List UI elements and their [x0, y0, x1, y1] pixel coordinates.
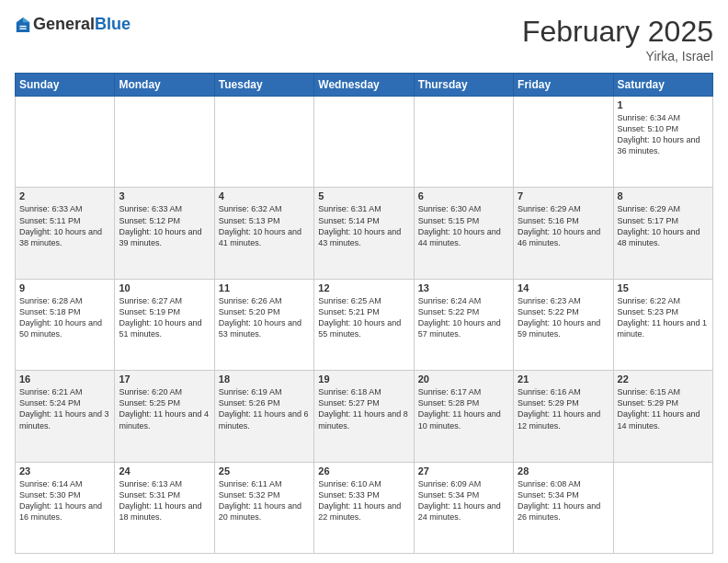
calendar-cell: 24Sunrise: 6:13 AM Sunset: 5:31 PM Dayli…: [115, 462, 214, 553]
calendar-cell: 14Sunrise: 6:23 AM Sunset: 5:22 PM Dayli…: [514, 279, 613, 370]
day-info: Sunrise: 6:31 AM Sunset: 5:14 PM Dayligh…: [318, 203, 409, 248]
calendar-cell: 1Sunrise: 6:34 AM Sunset: 5:10 PM Daylig…: [613, 97, 712, 188]
svg-marker-1: [23, 17, 29, 21]
day-info: Sunrise: 6:08 AM Sunset: 5:34 PM Dayligh…: [518, 478, 609, 523]
week-row-5: 23Sunrise: 6:14 AM Sunset: 5:30 PM Dayli…: [16, 462, 713, 553]
day-number: 2: [19, 190, 110, 201]
calendar-cell: 11Sunrise: 6:26 AM Sunset: 5:20 PM Dayli…: [214, 279, 313, 370]
header: General Blue February 2025 Yirka, Israel: [15, 15, 713, 63]
day-number: 8: [618, 190, 709, 201]
calendar-cell: 10Sunrise: 6:27 AM Sunset: 5:19 PM Dayli…: [115, 279, 214, 370]
calendar-cell: [16, 97, 115, 188]
day-header-friday: Friday: [514, 74, 613, 97]
calendar-cell: 8Sunrise: 6:29 AM Sunset: 5:17 PM Daylig…: [613, 188, 712, 279]
day-number: 15: [618, 282, 709, 293]
day-info: Sunrise: 6:15 AM Sunset: 5:29 PM Dayligh…: [618, 386, 709, 431]
calendar-cell: 19Sunrise: 6:18 AM Sunset: 5:27 PM Dayli…: [314, 371, 414, 462]
logo-general-text: General: [33, 15, 95, 34]
calendar-table: SundayMondayTuesdayWednesdayThursdayFrid…: [15, 73, 713, 554]
calendar-cell: [214, 97, 313, 188]
day-info: Sunrise: 6:14 AM Sunset: 5:30 PM Dayligh…: [19, 478, 110, 523]
day-number: 16: [19, 373, 110, 385]
calendar-cell: 22Sunrise: 6:15 AM Sunset: 5:29 PM Dayli…: [613, 371, 712, 462]
svg-rect-2: [19, 25, 26, 26]
month-title: February 2025: [522, 15, 713, 49]
day-header-saturday: Saturday: [613, 74, 712, 97]
logo-text: General Blue: [33, 15, 131, 34]
day-info: Sunrise: 6:16 AM Sunset: 5:29 PM Dayligh…: [518, 386, 609, 431]
day-number: 21: [518, 373, 609, 385]
day-number: 19: [318, 373, 409, 385]
calendar-cell: 3Sunrise: 6:33 AM Sunset: 5:12 PM Daylig…: [115, 188, 214, 279]
day-info: Sunrise: 6:26 AM Sunset: 5:20 PM Dayligh…: [219, 295, 310, 340]
logo-blue-text: Blue: [95, 15, 131, 34]
day-number: 5: [318, 190, 409, 201]
week-row-4: 16Sunrise: 6:21 AM Sunset: 5:24 PM Dayli…: [16, 371, 713, 462]
calendar-cell: [314, 97, 414, 188]
day-number: 23: [19, 465, 110, 477]
day-number: 1: [618, 99, 709, 110]
day-info: Sunrise: 6:20 AM Sunset: 5:25 PM Dayligh…: [119, 386, 210, 431]
logo-icon: [15, 16, 31, 34]
calendar-cell: [514, 97, 613, 188]
day-info: Sunrise: 6:11 AM Sunset: 5:32 PM Dayligh…: [219, 478, 310, 523]
day-info: Sunrise: 6:09 AM Sunset: 5:34 PM Dayligh…: [418, 478, 509, 523]
calendar-cell: 4Sunrise: 6:32 AM Sunset: 5:13 PM Daylig…: [214, 188, 313, 279]
day-number: 9: [19, 282, 110, 293]
day-info: Sunrise: 6:21 AM Sunset: 5:24 PM Dayligh…: [19, 386, 110, 431]
calendar-cell: [414, 97, 513, 188]
calendar-cell: 25Sunrise: 6:11 AM Sunset: 5:32 PM Dayli…: [214, 462, 313, 553]
calendar-cell: [115, 97, 214, 188]
calendar-cell: 17Sunrise: 6:20 AM Sunset: 5:25 PM Dayli…: [115, 371, 214, 462]
calendar-page: General Blue February 2025 Yirka, Israel…: [0, 0, 728, 563]
calendar-cell: 26Sunrise: 6:10 AM Sunset: 5:33 PM Dayli…: [314, 462, 414, 553]
day-info: Sunrise: 6:28 AM Sunset: 5:18 PM Dayligh…: [19, 295, 110, 340]
calendar-cell: 15Sunrise: 6:22 AM Sunset: 5:23 PM Dayli…: [613, 279, 712, 370]
day-info: Sunrise: 6:10 AM Sunset: 5:33 PM Dayligh…: [318, 478, 409, 523]
day-header-monday: Monday: [115, 74, 214, 97]
day-number: 12: [318, 282, 409, 293]
day-info: Sunrise: 6:13 AM Sunset: 5:31 PM Dayligh…: [119, 478, 210, 523]
day-number: 26: [318, 465, 409, 477]
title-area: February 2025 Yirka, Israel: [522, 15, 713, 63]
calendar-cell: 7Sunrise: 6:29 AM Sunset: 5:16 PM Daylig…: [514, 188, 613, 279]
calendar-cell: 18Sunrise: 6:19 AM Sunset: 5:26 PM Dayli…: [214, 371, 313, 462]
calendar-cell: 27Sunrise: 6:09 AM Sunset: 5:34 PM Dayli…: [414, 462, 513, 553]
calendar-cell: 2Sunrise: 6:33 AM Sunset: 5:11 PM Daylig…: [16, 188, 115, 279]
calendar-cell: 9Sunrise: 6:28 AM Sunset: 5:18 PM Daylig…: [16, 279, 115, 370]
day-info: Sunrise: 6:27 AM Sunset: 5:19 PM Dayligh…: [119, 295, 210, 340]
day-number: 3: [119, 190, 210, 201]
day-info: Sunrise: 6:29 AM Sunset: 5:16 PM Dayligh…: [518, 203, 609, 248]
day-header-sunday: Sunday: [16, 74, 115, 97]
day-number: 20: [418, 373, 509, 385]
day-info: Sunrise: 6:30 AM Sunset: 5:15 PM Dayligh…: [418, 203, 509, 248]
day-number: 11: [219, 282, 310, 293]
week-row-2: 2Sunrise: 6:33 AM Sunset: 5:11 PM Daylig…: [16, 188, 713, 279]
svg-rect-3: [19, 28, 26, 29]
location: Yirka, Israel: [522, 49, 713, 63]
day-number: 13: [418, 282, 509, 293]
calendar-cell: 12Sunrise: 6:25 AM Sunset: 5:21 PM Dayli…: [314, 279, 414, 370]
day-number: 27: [418, 465, 509, 477]
calendar-cell: 6Sunrise: 6:30 AM Sunset: 5:15 PM Daylig…: [414, 188, 513, 279]
day-info: Sunrise: 6:33 AM Sunset: 5:12 PM Dayligh…: [119, 203, 210, 248]
day-info: Sunrise: 6:25 AM Sunset: 5:21 PM Dayligh…: [318, 295, 409, 340]
day-number: 18: [219, 373, 310, 385]
day-number: 28: [518, 465, 609, 477]
day-info: Sunrise: 6:33 AM Sunset: 5:11 PM Dayligh…: [19, 203, 110, 248]
day-header-tuesday: Tuesday: [214, 74, 313, 97]
calendar-cell: 16Sunrise: 6:21 AM Sunset: 5:24 PM Dayli…: [16, 371, 115, 462]
day-info: Sunrise: 6:32 AM Sunset: 5:13 PM Dayligh…: [219, 203, 310, 248]
day-number: 17: [119, 373, 210, 385]
header-row: SundayMondayTuesdayWednesdayThursdayFrid…: [16, 74, 713, 97]
calendar-cell: 23Sunrise: 6:14 AM Sunset: 5:30 PM Dayli…: [16, 462, 115, 553]
day-number: 24: [119, 465, 210, 477]
calendar-cell: [613, 462, 712, 553]
day-info: Sunrise: 6:19 AM Sunset: 5:26 PM Dayligh…: [219, 386, 310, 431]
calendar-cell: 5Sunrise: 6:31 AM Sunset: 5:14 PM Daylig…: [314, 188, 414, 279]
day-number: 22: [618, 373, 709, 385]
day-number: 14: [518, 282, 609, 293]
day-info: Sunrise: 6:18 AM Sunset: 5:27 PM Dayligh…: [318, 386, 409, 431]
day-info: Sunrise: 6:29 AM Sunset: 5:17 PM Dayligh…: [618, 203, 709, 248]
calendar-cell: 13Sunrise: 6:24 AM Sunset: 5:22 PM Dayli…: [414, 279, 513, 370]
